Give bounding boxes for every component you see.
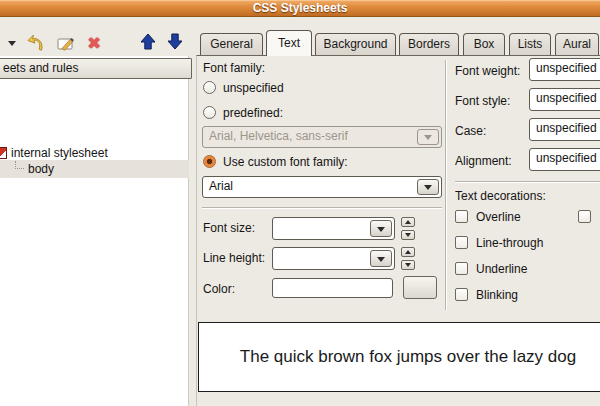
custom-font-dropdown-icon[interactable] [417,179,439,195]
predefined-font-combo[interactable]: Arial, Helvetica, sans-serif [202,126,442,148]
checkbox-line-through[interactable] [455,236,468,249]
font-preview-box: The quick brown fox jumps over the lazy … [198,322,600,392]
tab-borders[interactable]: Borders [399,33,459,55]
line-height-spinner [401,247,415,270]
radio-custom-font[interactable] [203,155,216,168]
font-size-label: Font size: [203,221,255,235]
predefined-font-dropdown-icon[interactable] [417,129,439,145]
font-style-label: Font style: [455,94,510,108]
custom-font-value: Arial [209,179,233,193]
checkbox-underline[interactable] [455,262,468,275]
case-label: Case: [455,124,486,138]
tree-item-body[interactable]: body [28,162,54,176]
case-combo[interactable]: unspecified [529,118,600,141]
font-family-section-label: Font family: [203,61,265,75]
font-preview-text: The quick brown fox jumps over the lazy … [240,347,576,367]
text-decorations-label: Text decorations: [455,189,546,203]
radio-custom-font-label[interactable]: Use custom font family: [223,155,348,169]
tab-box[interactable]: Box [463,33,505,55]
tree-item-internal-stylesheet[interactable]: internal stylesheet [11,146,108,160]
move-up-icon[interactable] [140,33,156,53]
font-weight-combo[interactable]: unspecified [529,58,600,81]
edit-icon[interactable] [57,35,76,56]
line-height-spin-up-icon[interactable] [401,247,415,257]
font-size-spinner [401,217,415,240]
window-title: CSS Stylesheets [0,1,600,15]
tab-aural[interactable]: Aural [555,33,599,55]
stylesheet-tree-panel: eets and rules internal stylesheet body [0,56,189,406]
stylesheet-icon [0,147,7,159]
color-entry[interactable] [272,278,393,298]
color-label: Color: [203,282,235,296]
font-size-dropdown-icon[interactable] [370,220,392,237]
revert-icon[interactable] [27,33,48,57]
tab-general[interactable]: General [200,33,263,55]
move-down-icon[interactable] [167,33,183,53]
revert-arrow-shape [28,35,42,50]
dropdown-caret-icon[interactable] [8,41,16,46]
color-picker-button[interactable] [403,276,437,299]
radio-unspecified[interactable] [203,81,216,94]
separator [445,60,447,310]
font-weight-value: unspecified [536,61,597,75]
checkbox-blinking[interactable] [455,288,468,301]
delete-icon[interactable]: ✖ [87,35,101,52]
titlebar: CSS Stylesheets [0,0,600,17]
separator [202,207,442,209]
line-height-dropdown-icon[interactable] [370,250,392,267]
checkbox-blinking-label[interactable]: Blinking [476,288,518,302]
font-weight-label: Font weight: [455,64,520,78]
font-size-combo[interactable] [272,217,395,240]
tab-text[interactable]: Text [266,30,312,56]
checkbox-underline-label[interactable]: Underline [476,262,527,276]
checkbox-overline-label[interactable]: Overline [476,210,521,224]
separator [455,181,600,183]
checkbox-line-through-label[interactable]: Line-through [476,236,543,250]
custom-font-combo[interactable]: Arial [202,176,442,198]
case-value: unspecified [536,121,597,135]
alignment-value: unspecified [536,151,597,165]
font-style-combo[interactable]: unspecified [529,88,600,111]
font-size-spin-up-icon[interactable] [401,217,415,227]
checkbox-overline[interactable] [455,210,468,223]
font-style-value: unspecified [536,91,597,105]
tab-background[interactable]: Background [315,33,396,55]
line-height-label: Line height: [203,251,265,265]
line-height-combo[interactable] [272,247,395,270]
tab-lists[interactable]: Lists [509,33,551,55]
radio-predefined-label[interactable]: predefined: [223,106,283,120]
alignment-combo[interactable]: unspecified [529,148,600,171]
predefined-font-value: Arial, Helvetica, sans-serif [209,129,348,143]
checkbox-clipped[interactable] [578,210,591,223]
radio-unspecified-label[interactable]: unspecified [223,81,284,95]
radio-predefined[interactable] [203,106,216,119]
css-stylesheets-dialog: CSS Stylesheets ✖ eets and rules interna… [0,0,600,406]
tree-column-header[interactable]: eets and rules [0,58,192,79]
tree-connector [15,161,24,169]
alignment-label: Alignment: [455,154,512,168]
line-height-spin-down-icon[interactable] [401,260,415,270]
font-size-spin-down-icon[interactable] [401,230,415,240]
